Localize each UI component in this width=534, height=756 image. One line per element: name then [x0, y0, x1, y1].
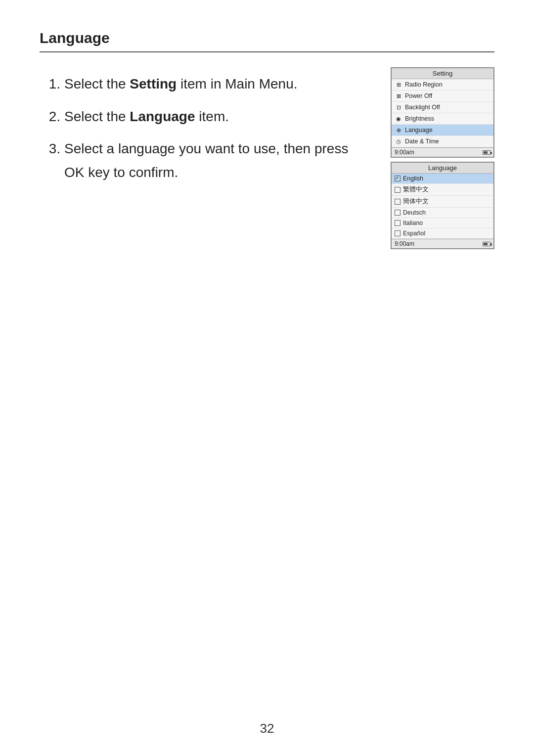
- step1-text-suffix: item in Main Menu.: [177, 76, 297, 91]
- instruction-step-3: Select a language you want to use, then …: [64, 137, 371, 184]
- setting-item-label: Brightness: [405, 115, 434, 122]
- step2-text-suffix: item.: [195, 109, 229, 124]
- setting-time: 9:00am: [395, 149, 414, 156]
- setting-item[interactable]: ⊞ Radio Region: [392, 79, 493, 90]
- device-screens: Setting ⊞ Radio Region ⊠ Power Off ⊡ Bac…: [391, 67, 494, 249]
- lang-item-label: Italiano: [403, 220, 423, 226]
- setting-item[interactable]: ◉ Brightness: [392, 113, 493, 125]
- setting-screen: Setting ⊞ Radio Region ⊠ Power Off ⊡ Bac…: [391, 67, 494, 158]
- setting-item-icon: ◉: [395, 115, 402, 123]
- setting-item[interactable]: ⊠ Power Off: [392, 90, 493, 102]
- setting-item[interactable]: ◷ Date & Time: [392, 136, 493, 147]
- setting-battery-icon: [483, 150, 490, 155]
- setting-item-icon: ⊠: [395, 92, 402, 100]
- setting-item-label: Radio Region: [405, 81, 443, 88]
- step2-text-prefix: Select the: [64, 109, 130, 124]
- language-item[interactable]: Italiano: [392, 218, 493, 228]
- setting-item[interactable]: ⊡ Backlight Off: [392, 102, 493, 113]
- lang-checkbox: [395, 199, 400, 205]
- lang-checkbox: [395, 220, 400, 226]
- language-item[interactable]: Deutsch: [392, 208, 493, 218]
- lang-checkbox: [395, 210, 400, 216]
- language-items-container: English 繁體中文 簡体中文 Deutsch Italiano Españ…: [392, 174, 493, 239]
- language-time: 9:00am: [395, 240, 414, 247]
- language-screen: Language English 繁體中文 簡体中文 Deutsch Itali…: [391, 162, 494, 249]
- language-item[interactable]: 簡体中文: [392, 196, 493, 208]
- language-item[interactable]: English: [392, 174, 493, 184]
- setting-item-label: Language: [405, 127, 433, 133]
- content-area: Select the Setting item in Main Menu. Se…: [40, 67, 494, 249]
- step2-bold: Language: [130, 109, 195, 124]
- setting-item-icon: ◷: [395, 137, 402, 145]
- language-screen-title: Language: [392, 163, 493, 174]
- lang-item-label: English: [403, 175, 423, 182]
- setting-item-icon: ⊕: [395, 126, 402, 134]
- lang-item-label: 簡体中文: [403, 197, 429, 206]
- lang-item-label: Español: [403, 230, 425, 237]
- lang-checkbox: [395, 230, 400, 236]
- setting-item-label: Backlight Off: [405, 104, 440, 111]
- setting-items-container: ⊞ Radio Region ⊠ Power Off ⊡ Backlight O…: [392, 79, 493, 147]
- instructions: Select the Setting item in Main Menu. Se…: [40, 67, 371, 249]
- lang-item-label: Deutsch: [403, 209, 426, 216]
- setting-item-icon: ⊡: [395, 103, 402, 111]
- step3-text: Select a language you want to use, then …: [64, 141, 348, 180]
- setting-screen-title: Setting: [392, 68, 493, 79]
- setting-item-label: Date & Time: [405, 138, 439, 145]
- language-battery-icon: [483, 242, 490, 246]
- page-number: 32: [260, 721, 274, 736]
- language-item[interactable]: Español: [392, 228, 493, 239]
- lang-checkbox: [395, 187, 400, 193]
- section-heading: Language: [40, 30, 494, 52]
- language-item[interactable]: 繁體中文: [392, 184, 493, 196]
- page-container: Language Select the Setting item in Main…: [0, 0, 534, 756]
- setting-status-bar: 9:00am: [392, 147, 493, 157]
- step1-text-prefix: Select the: [64, 76, 130, 91]
- instruction-step-1: Select the Setting item in Main Menu.: [64, 72, 371, 96]
- language-status-bar: 9:00am: [392, 239, 493, 248]
- lang-checkbox: [395, 176, 400, 181]
- setting-item-icon: ⊞: [395, 81, 402, 89]
- setting-item-label: Power Off: [405, 92, 432, 99]
- step1-bold: Setting: [130, 76, 177, 91]
- setting-item[interactable]: ⊕ Language: [392, 125, 493, 136]
- instruction-step-2: Select the Language item.: [64, 105, 371, 129]
- lang-item-label: 繁體中文: [403, 185, 429, 194]
